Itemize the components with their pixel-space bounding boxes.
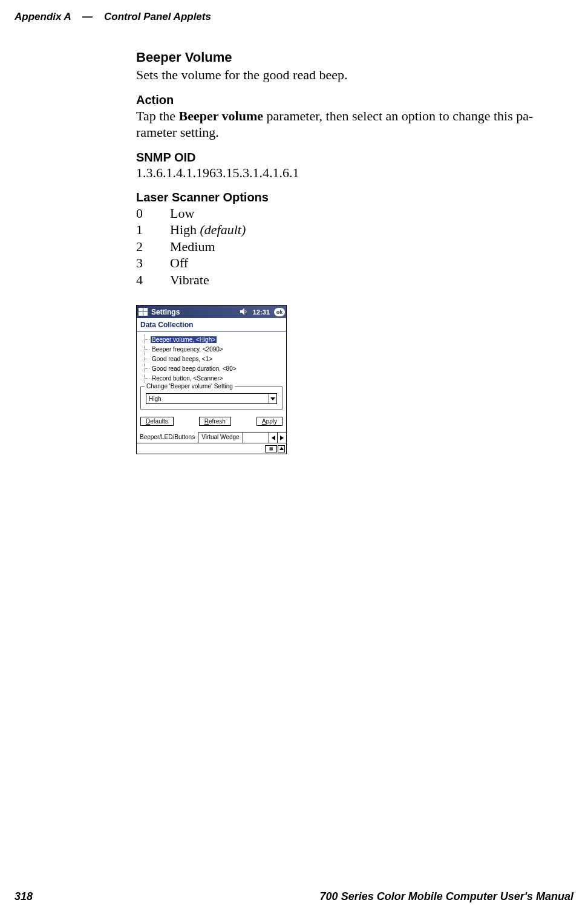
svg-marker-7 — [280, 436, 284, 440]
beeper-volume-text: Sets the volume for the good read beep. — [136, 67, 554, 83]
apply-button[interactable]: Apply — [256, 417, 283, 426]
tab-arrow-right-icon[interactable] — [278, 432, 286, 443]
tab-beeper-led-buttons[interactable]: Beeper/LED/Buttons — [137, 432, 198, 443]
svg-rect-3 — [143, 312, 148, 316]
options-list: 0 Low 1 High (default) 2 Medium 3 Off 4 … — [136, 205, 554, 289]
buttons-row: Defaults Refresh Apply — [140, 417, 283, 426]
svg-rect-2 — [139, 312, 143, 316]
chapter-label: Control Panel Applets — [104, 11, 211, 22]
option-label: Medium — [170, 238, 215, 255]
option-num: 4 — [136, 272, 170, 289]
sip-up-icon[interactable] — [278, 445, 285, 452]
tree-item-good-read-beeps[interactable]: Good read beeps, <1> — [145, 354, 283, 364]
speaker-icon[interactable] — [240, 308, 249, 316]
action-bold: Beeper volume — [179, 108, 264, 123]
svg-marker-8 — [279, 447, 284, 450]
page-footer: 318 700 Series Color Mobile Computer Use… — [15, 890, 573, 903]
option-row: 0 Low — [136, 205, 554, 222]
option-num: 3 — [136, 255, 170, 272]
fieldset-legend: Change 'Beeper volume' Setting — [145, 383, 235, 390]
pda-subtitle: Data Collection — [137, 318, 286, 331]
tree-item-record-button[interactable]: Record button, <Scanner> — [145, 373, 283, 383]
option-label: High (default) — [170, 221, 246, 238]
snmp-heading: SNMP OID — [136, 151, 554, 165]
svg-rect-1 — [143, 308, 148, 312]
pda-title: Settings — [151, 308, 238, 316]
header-sep: — — [82, 11, 93, 22]
option-row: 2 Medium — [136, 238, 554, 255]
pda-screenshot: Settings 12:31 ok Data Collection Beeper… — [136, 305, 287, 454]
appendix-label: Appendix A — [15, 11, 71, 22]
options-heading: Laser Scanner Options — [136, 191, 554, 204]
refresh-button[interactable]: Refresh — [199, 417, 231, 426]
setting-dropdown[interactable]: High — [146, 393, 277, 404]
keyboard-icon[interactable]: ▦ — [265, 445, 277, 452]
svg-marker-4 — [240, 308, 244, 315]
action-pre: Tap the — [136, 108, 179, 123]
option-label: Off — [170, 255, 188, 272]
tabs-row: Beeper/LED/Buttons Virtual Wedge — [137, 432, 286, 443]
dropdown-value: High — [146, 396, 268, 402]
settings-tree: Beeper volume, <High> Beeper frequency, … — [144, 334, 283, 383]
tab-virtual-wedge[interactable]: Virtual Wedge — [198, 432, 243, 443]
option-num: 1 — [136, 221, 170, 238]
action-text: Tap the Beeper volume parameter, then se… — [136, 108, 554, 141]
tab-arrow-left-icon[interactable] — [269, 432, 278, 443]
pda-titlebar: Settings 12:31 ok — [137, 305, 286, 318]
svg-marker-6 — [272, 436, 275, 440]
tab-scroll — [269, 432, 286, 443]
ok-button[interactable]: ok — [274, 308, 285, 316]
option-row: 1 High (default) — [136, 221, 554, 238]
svg-rect-0 — [139, 308, 143, 312]
option-label: Vibrate — [170, 272, 209, 289]
pda-body: Beeper volume, <High> Beeper frequency, … — [137, 331, 286, 426]
content-area: Beeper Volume Sets the volume for the go… — [136, 50, 554, 454]
chevron-down-icon[interactable] — [268, 394, 276, 403]
defaults-button[interactable]: Defaults — [140, 417, 174, 426]
windows-logo-icon[interactable] — [138, 307, 149, 316]
option-num: 0 — [136, 205, 170, 222]
tree-item-beeper-frequency[interactable]: Beeper frequency, <2090> — [145, 344, 283, 354]
option-row: 3 Off — [136, 255, 554, 272]
change-setting-fieldset: Change 'Beeper volume' Setting High — [140, 387, 283, 409]
option-num: 2 — [136, 238, 170, 255]
page-number: 318 — [15, 890, 33, 903]
option-row: 4 Vibrate — [136, 272, 554, 289]
page-header: Appendix A — Control Panel Applets — [15, 11, 573, 23]
action-heading: Action — [136, 93, 554, 107]
option-note: (default) — [200, 222, 246, 237]
option-label: Low — [170, 205, 194, 222]
tree-item-good-read-duration[interactable]: Good read beep duration, <80> — [145, 364, 283, 373]
pda-clock: 12:31 — [253, 308, 270, 316]
tree-item-beeper-volume[interactable]: Beeper volume, <High> — [145, 334, 283, 344]
snmp-value: 1.3.6.1.4.1.1963.15.3.1.4.1.6.1 — [136, 165, 554, 181]
beeper-volume-title: Beeper Volume — [136, 50, 554, 65]
manual-title: 700 Series Color Mobile Computer User's … — [320, 890, 573, 903]
svg-marker-5 — [270, 397, 275, 400]
pda-footer: ▦ — [137, 443, 286, 454]
